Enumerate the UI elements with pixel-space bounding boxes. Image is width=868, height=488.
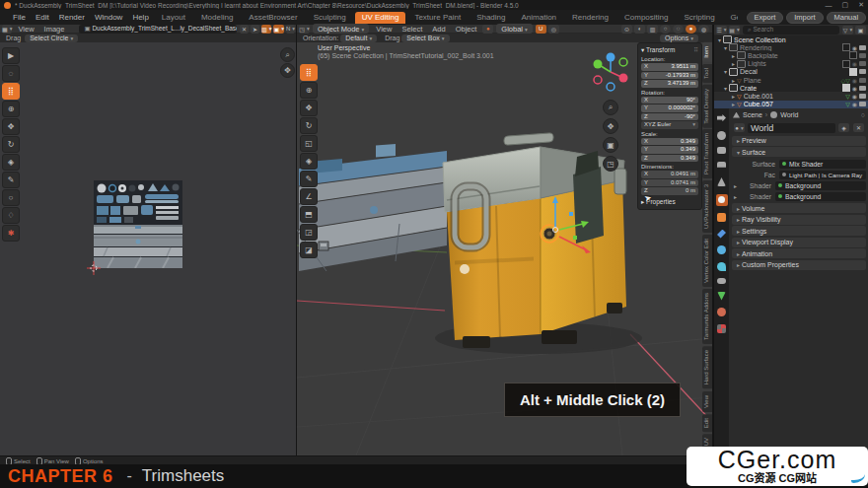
scale-y-field[interactable]: Y0.349: [641, 146, 698, 154]
render-checkbox-icon[interactable]: [842, 60, 850, 68]
render-checkbox-icon[interactable]: [849, 51, 857, 59]
panel-viewport-display[interactable]: ▸Viewport Display: [732, 238, 866, 247]
export-button[interactable]: Export: [747, 12, 784, 24]
particles-tab-icon[interactable]: [717, 245, 726, 254]
panel-custom-properties[interactable]: ▸Custom Properties: [732, 260, 866, 270]
workspace-tab-uv-editing[interactable]: UV Editing: [355, 12, 406, 24]
pin-image-icon[interactable]: ➤: [251, 25, 259, 34]
cursor-tool-icon[interactable]: ⊕: [2, 101, 20, 117]
rotation-x-field[interactable]: X90°: [641, 97, 698, 105]
object-tab-icon[interactable]: [717, 213, 726, 222]
vp-select-tool-dropdown[interactable]: Select Box▾: [401, 35, 449, 42]
workspace-tab-scripting[interactable]: Scripting: [677, 12, 721, 24]
workspace-tab-geometry-nodes[interactable]: Geometry Nodes: [724, 12, 738, 24]
rotate-tool-icon[interactable]: ↻: [2, 136, 20, 153]
panel-ray-visibility[interactable]: ▸Ray Visibility: [732, 215, 866, 225]
editor-type-3d-icon[interactable]: ◳▾: [299, 25, 310, 34]
eye-icon[interactable]: ◉: [852, 60, 857, 67]
render-checkbox-icon[interactable]: [842, 84, 850, 92]
outliner-row-cube-057[interactable]: ▸▽Cube.057 ▽ ◉: [714, 101, 868, 108]
panel-surface[interactable]: ▾Surface: [732, 147, 866, 157]
active-keying-icon[interactable]: ●: [482, 25, 493, 34]
image-paint-mode-icon[interactable]: ▣▾: [273, 25, 283, 34]
camera-icon[interactable]: [859, 86, 866, 91]
eye-icon[interactable]: ◉: [852, 93, 857, 100]
eye-icon[interactable]: ◉: [852, 44, 857, 51]
pan-icon[interactable]: ✥: [280, 63, 295, 78]
panel-preview[interactable]: ▸Preview: [732, 136, 866, 146]
npanel-tab-pivot-transform[interactable]: Pivot Transform: [702, 129, 712, 178]
editor-type-image-icon[interactable]: ▦▾: [2, 25, 12, 34]
menu-help[interactable]: Help: [127, 13, 153, 22]
panel-settings[interactable]: ▸Settings: [732, 226, 866, 236]
shading-material-icon[interactable]: ●: [686, 25, 696, 34]
outliner-row-crate[interactable]: ▾Crate ◉: [714, 84, 868, 92]
transform-orientation-dropdown[interactable]: Global▾: [496, 24, 532, 34]
npanel-tab-uvpackmaster[interactable]: UVPackmaster 3: [702, 180, 712, 233]
camera-icon[interactable]: [859, 69, 866, 74]
trimsheet-texture-image[interactable]: [94, 180, 182, 268]
camera-icon[interactable]: [859, 78, 866, 83]
expand-shader-icon[interactable]: ▸: [732, 193, 739, 200]
rotation-mode-dropdown[interactable]: XYZ Euler▾: [641, 121, 698, 129]
vp-measure-tool-icon[interactable]: ∠: [300, 188, 318, 205]
world-tab-icon[interactable]: [716, 194, 728, 206]
pinch-tool-icon[interactable]: ✱: [2, 225, 20, 242]
orientation-dropdown[interactable]: Default▾: [340, 35, 377, 42]
scale-x-field[interactable]: X0.349: [641, 138, 698, 146]
scale-z-field[interactable]: Z0.349: [641, 155, 698, 163]
vp-menu-view[interactable]: View: [371, 25, 397, 34]
breadcrumb-scene[interactable]: Scene: [743, 111, 762, 118]
outliner-row-plane[interactable]: ▸▽Plane ◇▽ ◉: [714, 76, 868, 84]
workspace-tab-layout[interactable]: Layout: [155, 12, 192, 24]
mask-mode-icon[interactable]: N▾: [286, 25, 295, 34]
eye-icon[interactable]: ◉: [852, 85, 857, 92]
unlink-image-icon[interactable]: ✕: [240, 25, 249, 34]
camera-icon[interactable]: [859, 61, 866, 66]
location-x-field[interactable]: X3.9511 m: [641, 63, 698, 71]
navigation-gizmo[interactable]: [589, 50, 632, 94]
modifiers-tab-icon[interactable]: [717, 230, 726, 239]
tweak-tool-icon[interactable]: ▶: [2, 47, 20, 64]
rotation-y-field[interactable]: Y0.000002°: [641, 105, 698, 112]
overlays-icon[interactable]: ◐: [634, 25, 645, 34]
workspace-tab-shading[interactable]: Shading: [470, 12, 512, 24]
render-tab-icon[interactable]: [717, 131, 726, 140]
outliner-new-collection-icon[interactable]: ▣: [855, 26, 866, 35]
eye-icon[interactable]: ◉: [852, 101, 857, 107]
outliner-display-mode-icon[interactable]: ▤▾: [729, 26, 740, 35]
image-select-tool-dropdown[interactable]: Select Circle▾: [25, 35, 78, 42]
vp-menu-object[interactable]: Object: [451, 25, 482, 34]
npanel-tab-view[interactable]: View: [702, 391, 712, 412]
grab-tool-icon[interactable]: ○: [2, 189, 20, 206]
camera-icon[interactable]: [859, 53, 866, 58]
shading-wireframe-icon[interactable]: ○: [660, 25, 671, 34]
panel-volume[interactable]: ▸Volume: [732, 203, 866, 213]
location-z-field[interactable]: Z3.47139 m: [641, 80, 698, 88]
outliner-editor-type-icon[interactable]: ☰▾: [716, 26, 727, 35]
image-menu-image[interactable]: Image: [39, 25, 70, 34]
npanel-tab-tool[interactable]: Tool: [702, 64, 712, 83]
display-channels-icon[interactable]: ▥▾: [261, 25, 271, 34]
shader1-field[interactable]: Background: [775, 181, 866, 190]
tool-tab-icon[interactable]: [717, 114, 726, 123]
dimensions-y-field[interactable]: Y0.0741 m: [641, 179, 698, 187]
camera-icon[interactable]: [859, 94, 866, 99]
shading-rendered-icon[interactable]: ◍: [698, 25, 709, 34]
import-button[interactable]: Import: [786, 12, 823, 24]
fake-user-shield-icon[interactable]: ◈: [838, 123, 849, 132]
view-layer-tab-icon[interactable]: [717, 162, 726, 171]
npanel-tab-hard-surface[interactable]: Hard Surface: [702, 346, 712, 388]
npanel-tab-vertex-color-edit[interactable]: Vertex Color Edit: [702, 235, 712, 287]
vp-annotate-tool-icon[interactable]: ✎: [300, 171, 318, 187]
vp-menu-select[interactable]: Select: [397, 25, 427, 34]
vp-move-tool-icon[interactable]: ✥: [300, 100, 318, 116]
image-datablock-selector[interactable]: ▣ DuckAssembly_TrimSheet_L...ly_DecalShe…: [79, 25, 236, 34]
outliner-row-scene-collection[interactable]: ▾Scene Collection: [714, 35, 868, 43]
npanel-tab-tarmunds-addons[interactable]: Tarmunds Addons: [702, 289, 712, 344]
xray-icon[interactable]: ▥: [647, 25, 658, 34]
vp-scale-tool-icon[interactable]: ◱: [300, 135, 318, 152]
vp-camera-view-icon[interactable]: ▣: [603, 137, 618, 153]
physics-tab-icon[interactable]: [717, 262, 726, 271]
unlink-world-icon[interactable]: ✕: [853, 123, 864, 132]
